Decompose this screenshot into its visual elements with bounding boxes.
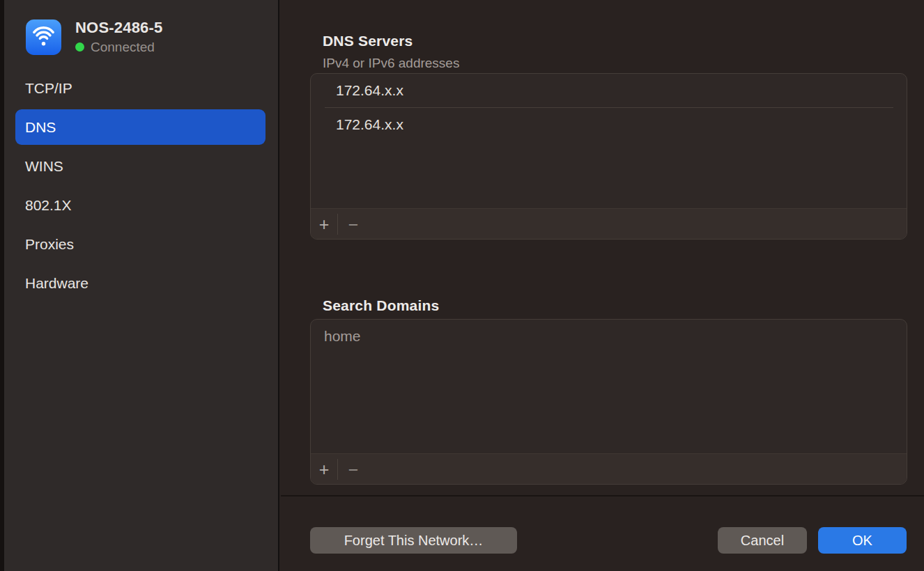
dns-server-row[interactable]: 172.64.x.x xyxy=(311,108,907,141)
connected-dot-icon xyxy=(75,42,84,52)
network-header: NOS-2486-5 Connected xyxy=(26,19,163,55)
wifi-icon xyxy=(26,19,61,55)
sidebar-item-label: 802.1X xyxy=(25,197,72,214)
network-meta: NOS-2486-5 Connected xyxy=(75,19,163,55)
dns-servers-list: 172.64.x.x 172.64.x.x + − xyxy=(310,73,907,240)
add-search-domain-button plus-icon[interactable]: + xyxy=(311,454,337,485)
sidebar-menu: TCP/IP DNS WINS 802.1X Proxies Hardware xyxy=(15,70,265,304)
sidebar-item-label: TCP/IP xyxy=(25,80,72,97)
dns-server-row[interactable]: 172.64.x.x xyxy=(311,74,907,107)
wifi-details-window: NOS-2486-5 Connected TCP/IP DNS WINS 802… xyxy=(0,0,924,571)
search-domains-title: Search Domains xyxy=(323,297,439,314)
sidebar-item-proxies[interactable]: Proxies xyxy=(15,226,265,262)
network-name: NOS-2486-5 xyxy=(75,19,163,36)
sidebar-item-8021x[interactable]: 802.1X xyxy=(15,187,265,223)
search-domain-row[interactable]: home xyxy=(311,320,907,353)
cancel-button[interactable]: Cancel xyxy=(718,527,807,554)
dns-servers-toolbar: + − xyxy=(311,208,907,239)
sidebar-item-tcpip[interactable]: TCP/IP xyxy=(15,70,265,106)
remove-dns-server-button minus-icon[interactable]: − xyxy=(338,209,369,240)
sidebar-item-label: Proxies xyxy=(25,236,74,253)
sidebar: NOS-2486-5 Connected TCP/IP DNS WINS 802… xyxy=(4,0,279,571)
sidebar-item-wins[interactable]: WINS xyxy=(15,148,265,184)
sidebar-item-label: Hardware xyxy=(25,275,88,292)
forget-network-button[interactable]: Forget This Network… xyxy=(310,527,517,554)
add-dns-server-button plus-icon[interactable]: + xyxy=(311,209,337,240)
network-status-label: Connected xyxy=(91,40,155,55)
ok-button[interactable]: OK xyxy=(818,527,907,554)
dns-server-value: 172.64.x.x xyxy=(336,116,403,133)
footer-divider xyxy=(281,495,924,496)
remove-search-domain-button minus-icon[interactable]: − xyxy=(338,454,369,485)
search-domain-value: home xyxy=(324,328,361,345)
sidebar-item-label: WINS xyxy=(25,158,63,175)
search-domains-list: home + − xyxy=(310,319,907,485)
content-pane: DNS Servers IPv4 or IPv6 addresses 172.6… xyxy=(281,0,924,571)
network-status: Connected xyxy=(75,40,163,55)
search-domains-toolbar: + − xyxy=(311,453,907,484)
dns-servers-subtitle: IPv4 or IPv6 addresses xyxy=(323,56,459,71)
sidebar-item-hardware[interactable]: Hardware xyxy=(15,265,265,301)
sidebar-item-label: DNS xyxy=(25,119,56,136)
dns-server-value: 172.64.x.x xyxy=(336,82,403,99)
dns-servers-title: DNS Servers xyxy=(323,33,413,49)
sidebar-item-dns[interactable]: DNS xyxy=(15,109,265,145)
